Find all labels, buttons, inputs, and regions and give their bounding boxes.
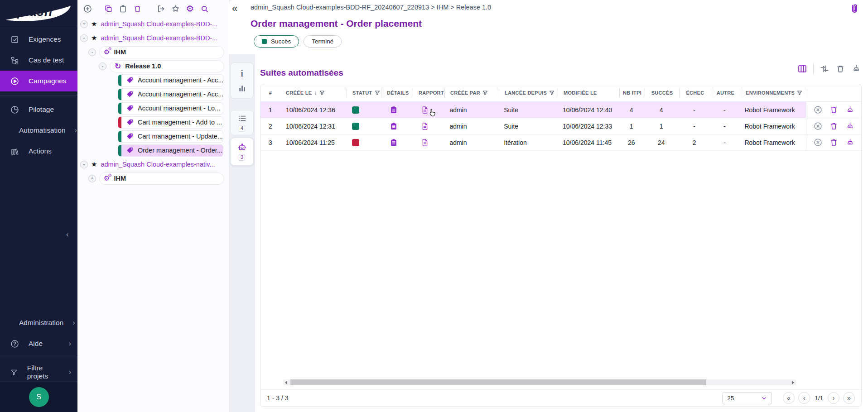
attachments-paperclip-icon[interactable]	[848, 3, 861, 16]
sidebar-item-actions[interactable]: Actions	[0, 141, 77, 162]
filter-columns-icon[interactable]	[820, 64, 829, 74]
column-header-num[interactable]: #	[260, 88, 280, 97]
search-icon[interactable]	[200, 4, 209, 14]
clean-suite-icon[interactable]	[845, 121, 855, 131]
tree-project-label[interactable]: admin_Squash Cloud-examples-BDD-...	[101, 34, 217, 42]
delete-suite-icon[interactable]	[829, 121, 839, 131]
report-icon[interactable]	[420, 122, 429, 131]
cell-environments: Robot Framework	[739, 102, 806, 118]
tree-node-release-1-0[interactable]: ↻Release 1.0	[110, 60, 224, 72]
scroll-left-arrow[interactable]	[285, 381, 287, 384]
column-header-environnements[interactable]: ENVIRONNEMENTS	[740, 88, 807, 97]
clean-suites-icon[interactable]	[851, 64, 861, 74]
tree-node-ihm[interactable]: ⚙⚙IHM	[99, 46, 224, 58]
sidebar-item-campagnes[interactable]: Campagnes	[0, 71, 77, 91]
add-icon[interactable]	[83, 4, 92, 14]
scroll-right-arrow[interactable]	[792, 381, 794, 384]
sidebar-collapse-icon[interactable]: ‹	[66, 230, 69, 239]
table-row-suite-3[interactable]: 3 10/06/2024 11:25 admin Itération 10/06…	[260, 134, 861, 151]
sidebar-item-cas-de-test[interactable]: Cas de test	[0, 50, 77, 71]
filter-funnel-icon[interactable]	[482, 90, 488, 96]
column-header-rapport[interactable]: RAPPORT	[413, 88, 444, 97]
sort-desc-icon[interactable]: ↓	[314, 90, 317, 96]
last-page-button[interactable]: »	[843, 392, 855, 404]
sidebar-item-automatisation[interactable]: Automatisation ›	[0, 120, 77, 141]
next-page-button[interactable]: ›	[828, 392, 839, 404]
delete-suites-icon[interactable]	[835, 64, 845, 74]
paste-icon[interactable]	[118, 4, 128, 14]
sidebar-item-filtre-projets[interactable]: Filtre projets ›	[0, 362, 77, 383]
tree-iteration-order-management-order[interactable]: Order management - Order...	[118, 144, 223, 157]
clean-suite-icon[interactable]	[845, 138, 855, 147]
settings-icon[interactable]: ⚙	[185, 4, 195, 14]
tree-expander[interactable]: -	[88, 48, 96, 56]
delete-suite-icon[interactable]	[829, 105, 839, 115]
squash-logo[interactable]: squash	[0, 0, 77, 26]
executions-tab[interactable]: 4	[230, 110, 254, 135]
column-header-cre-e-e-par[interactable]: CRÉÉE PAR	[444, 88, 499, 97]
tree-node-ihm[interactable]: ⚙⚙IHM	[99, 172, 224, 185]
column-header-statut[interactable]: STATUT	[347, 88, 381, 97]
cell-created: 10/06/2024 11:25	[280, 134, 347, 150]
filter-funnel-icon[interactable]	[797, 90, 802, 96]
scrollbar-thumb[interactable]	[290, 379, 706, 385]
report-icon[interactable]	[420, 138, 429, 147]
tree-expander[interactable]: -	[80, 161, 88, 168]
horizontal-scrollbar[interactable]	[283, 379, 796, 385]
cancel-suite-icon[interactable]	[813, 138, 823, 147]
table-row-suite-2[interactable]: 2 10/06/2024 12:31 admin Suite 10/06/202…	[260, 118, 861, 134]
column-header-nb-itpi[interactable]: NB ITPI	[619, 88, 645, 97]
column-header-e-chec[interactable]: ÉCHEC	[679, 88, 711, 97]
cancel-suite-icon[interactable]	[813, 105, 823, 115]
tree-expander[interactable]: +	[80, 20, 88, 28]
filter-funnel-icon[interactable]	[319, 90, 325, 96]
column-header-autre[interactable]: AUTRE	[711, 88, 740, 97]
filter-funnel-icon[interactable]	[549, 90, 555, 96]
delete-icon[interactable]	[133, 4, 142, 14]
first-page-button[interactable]: «	[783, 392, 795, 404]
logo-text: squash	[5, 5, 53, 19]
column-header-de-tails[interactable]: DÉTAILS	[381, 88, 413, 97]
previous-page-button[interactable]: ‹	[798, 392, 810, 404]
clean-suite-icon[interactable]	[845, 105, 855, 115]
details-icon[interactable]	[389, 122, 398, 131]
details-icon[interactable]	[389, 105, 398, 115]
info-and-stats-tab[interactable]: i	[230, 62, 254, 99]
cancel-suite-icon[interactable]	[813, 121, 823, 131]
automated-suites-tab[interactable]: 3	[230, 138, 254, 166]
details-icon[interactable]	[389, 138, 398, 147]
sidebar-item-pilotage[interactable]: Pilotage	[0, 99, 77, 120]
tree-iteration-account-management-acc[interactable]: Account management - Acc...	[118, 88, 223, 101]
sidebar-item-aide[interactable]: Aide ›	[0, 333, 77, 354]
configure-columns-icon[interactable]	[797, 64, 807, 74]
sidebar-item-label: Cas de test	[29, 56, 64, 64]
copy-icon[interactable]	[104, 4, 113, 14]
column-header-cre-e-e-le[interactable]: CRÉÉE LE ↓	[280, 88, 347, 97]
delete-suite-icon[interactable]	[829, 138, 839, 147]
collapse-tree-button[interactable]: «	[232, 3, 237, 14]
sidebar-item-exigences[interactable]: Exigences	[0, 29, 77, 50]
sidebar-item-administration[interactable]: Administration ›	[0, 312, 77, 333]
tree-iteration-account-management-lo[interactable]: Account management - Lo...	[118, 102, 223, 115]
user-avatar[interactable]: S	[29, 387, 49, 407]
tree-iteration-cart-management-update[interactable]: Cart management - Update...	[118, 130, 223, 143]
column-header-modifie-e-le[interactable]: MODIFIÉE LE	[558, 88, 619, 97]
filter-funnel-icon[interactable]	[375, 90, 380, 96]
tree-expander[interactable]: -	[99, 62, 106, 70]
tree-iteration-cart-management-add-to[interactable]: Cart management - Add to ...	[118, 116, 223, 129]
export-icon[interactable]	[156, 4, 166, 14]
tree-project-label[interactable]: admin_Squash Cloud-examples-nativ...	[101, 161, 215, 168]
column-header-lance-e-depuis[interactable]: LANCÉE DEPUIS	[499, 88, 558, 97]
table-row-suite-1[interactable]: 1 10/06/2024 12:36 admin Suite 10/06/202…	[260, 102, 861, 118]
tree-expander[interactable]: +	[88, 175, 96, 182]
sidebar-item-label: Automatisation	[19, 126, 66, 134]
tree-project-label[interactable]: admin_Squash Cloud-examples-BDD-...	[101, 20, 217, 28]
breadcrumb[interactable]: admin_Squash Cloud-examples-BDD-RF_20240…	[251, 4, 491, 11]
avatar-band: S	[0, 382, 77, 412]
favorite-icon[interactable]	[171, 4, 180, 14]
report-icon[interactable]	[420, 105, 429, 115]
tree-iteration-account-management-acc[interactable]: Account management - Acc...	[118, 74, 223, 86]
column-header-succe-s[interactable]: SUCCÈS	[645, 88, 679, 97]
tree-expander[interactable]: -	[80, 34, 88, 42]
page-size-select[interactable]: 25	[722, 392, 772, 404]
